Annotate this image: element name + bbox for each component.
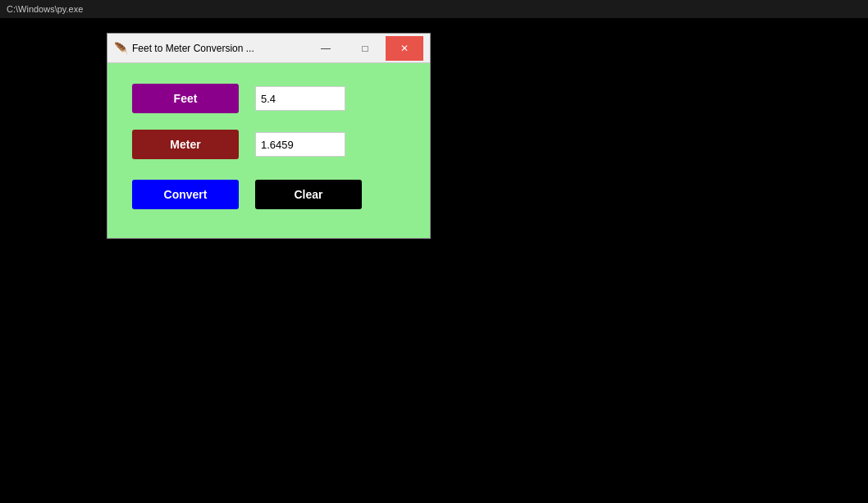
os-titlebar: C:\Windows\py.exe <box>0 0 868 18</box>
meter-input[interactable] <box>255 132 345 157</box>
window-titlebar: 🪶 Feet to Meter Conversion ... — □ ✕ <box>107 34 430 63</box>
clear-button[interactable]: Clear <box>255 180 362 209</box>
window-content: Feet Meter Convert Clear <box>107 63 430 238</box>
window-icon: 🪶 <box>114 42 127 55</box>
close-button[interactable]: ✕ <box>386 36 423 61</box>
app-window: 🪶 Feet to Meter Conversion ... — □ ✕ Fee… <box>107 33 431 239</box>
meter-label: Meter <box>132 130 239 159</box>
feet-label: Feet <box>132 84 239 113</box>
window-controls: — □ ✕ <box>307 36 423 61</box>
os-title-text: C:\Windows\py.exe <box>7 4 83 14</box>
meter-row: Meter <box>132 130 405 159</box>
feet-row: Feet <box>132 84 405 113</box>
window-title: Feet to Meter Conversion ... <box>132 43 307 54</box>
minimize-button[interactable]: — <box>307 36 345 61</box>
action-row: Convert Clear <box>132 180 405 209</box>
feet-input[interactable] <box>255 86 345 111</box>
convert-button[interactable]: Convert <box>132 180 239 209</box>
maximize-button[interactable]: □ <box>346 36 384 61</box>
